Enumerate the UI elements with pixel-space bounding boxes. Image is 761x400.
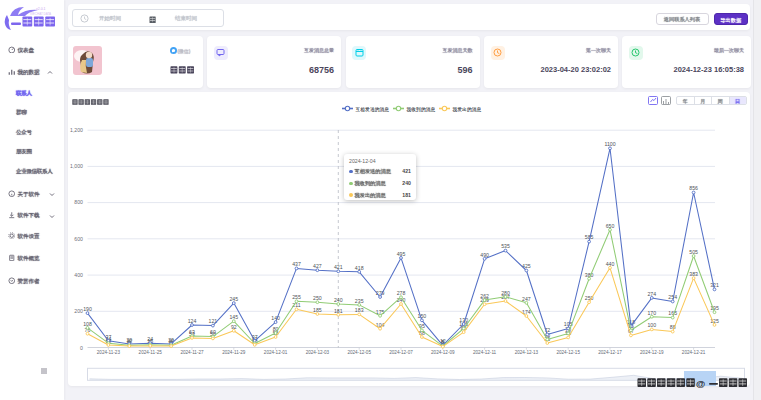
svg-text:1,200: 1,200	[70, 127, 83, 133]
svg-text:150: 150	[418, 313, 427, 319]
svg-text:383: 383	[689, 271, 698, 277]
svg-text:427: 427	[313, 263, 322, 269]
svg-text:400: 400	[74, 272, 83, 278]
svg-text:1,000: 1,000	[70, 163, 83, 169]
svg-text:505: 505	[689, 249, 698, 255]
svg-text:2024-12-15: 2024-12-15	[556, 350, 580, 355]
svg-text:140: 140	[271, 315, 280, 321]
svg-text:650: 650	[606, 223, 615, 229]
svg-text:2024-12-01: 2024-12-01	[264, 350, 288, 355]
svg-text:2024-12-07: 2024-12-07	[389, 350, 413, 355]
svg-text:100: 100	[647, 322, 656, 328]
svg-text:421: 421	[334, 264, 343, 270]
svg-text:278: 278	[397, 290, 406, 296]
svg-text:2024-12-17: 2024-12-17	[598, 350, 622, 355]
svg-text:440: 440	[606, 261, 615, 267]
svg-text:535: 535	[501, 243, 510, 249]
svg-text:200: 200	[74, 308, 83, 314]
svg-text:185: 185	[313, 307, 322, 313]
svg-text:437: 437	[292, 261, 301, 267]
svg-text:2024-11-25: 2024-11-25	[139, 350, 163, 355]
svg-text:856: 856	[689, 185, 698, 191]
svg-text:2024-12-19: 2024-12-19	[640, 350, 664, 355]
svg-text:92: 92	[231, 324, 237, 330]
svg-text:124: 124	[188, 318, 197, 324]
svg-text:250: 250	[313, 295, 322, 301]
svg-text:2024-11-27: 2024-11-27	[180, 350, 204, 355]
svg-text:121: 121	[209, 318, 218, 324]
svg-text:183: 183	[355, 307, 364, 313]
svg-text:490: 490	[480, 252, 489, 258]
svg-text:240: 240	[334, 297, 343, 303]
svg-text:247: 247	[522, 296, 531, 302]
svg-text:95: 95	[419, 323, 425, 329]
svg-text:425: 425	[522, 263, 531, 269]
svg-text:274: 274	[647, 291, 656, 297]
svg-text:190: 190	[83, 306, 92, 312]
svg-text:165: 165	[668, 310, 677, 316]
svg-text:@: @	[696, 377, 705, 388]
svg-text:195: 195	[710, 305, 719, 311]
svg-text:800: 800	[74, 199, 83, 205]
svg-text:2024-11-23: 2024-11-23	[97, 350, 121, 355]
svg-text:495: 495	[397, 251, 406, 257]
svg-text:2024-12-13: 2024-12-13	[515, 350, 539, 355]
svg-text:255: 255	[292, 294, 301, 300]
svg-text:2024-11-29: 2024-11-29	[222, 350, 246, 355]
svg-text:0: 0	[80, 345, 83, 351]
svg-text:2024-12-11: 2024-12-11	[473, 350, 497, 355]
svg-text:2024-12-03: 2024-12-03	[306, 350, 330, 355]
svg-text:1100: 1100	[604, 141, 615, 147]
svg-text:418: 418	[355, 265, 364, 271]
svg-text:170: 170	[647, 310, 656, 316]
svg-text:245: 245	[229, 296, 238, 302]
svg-text:2024-12-21: 2024-12-21	[682, 350, 706, 355]
svg-text:2024-12-09: 2024-12-09	[431, 350, 455, 355]
svg-text:235: 235	[355, 298, 364, 304]
svg-text:181: 181	[334, 308, 343, 314]
svg-text:2024-12-05: 2024-12-05	[347, 350, 371, 355]
svg-text:600: 600	[74, 236, 83, 242]
svg-text:145: 145	[229, 314, 238, 320]
